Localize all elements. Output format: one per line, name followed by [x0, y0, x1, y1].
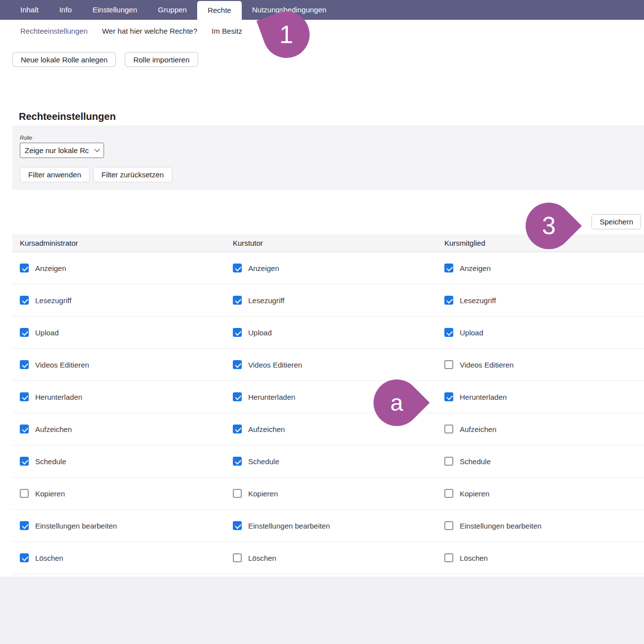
role-select[interactable]: Zeige nur lokale Rc — [20, 143, 104, 158]
permission-cell: Upload — [20, 328, 233, 337]
checkbox-kursadministrator-einstellungen-bearbeiten[interactable] — [20, 521, 29, 530]
checkbox-kurstutor-einstellungen-bearbeiten[interactable] — [233, 521, 242, 530]
permission-label: Upload — [248, 328, 272, 337]
reset-filter-button[interactable]: Filter zurücksetzen — [93, 167, 172, 182]
apply-filter-button[interactable]: Filter anwenden — [20, 167, 90, 182]
checkbox-kursadministrator-herunterladen[interactable] — [20, 392, 29, 401]
import-role-button[interactable]: Rolle importieren — [125, 52, 198, 67]
checkbox-kursmitglied-upload[interactable] — [444, 328, 453, 337]
permission-cell: Anzeigen — [444, 264, 644, 272]
new-local-role-button[interactable]: Neue lokale Rolle anlegen — [12, 52, 116, 67]
tab-gruppen[interactable]: Gruppen — [148, 0, 197, 20]
permission-cell: Aufzeichen — [233, 425, 444, 433]
permission-label: Einstellungen bearbeiten — [248, 522, 330, 530]
permission-cell: Schedule — [20, 457, 233, 466]
table-body: AnzeigenAnzeigenAnzeigenLesezugriffLesez… — [12, 252, 644, 574]
permission-label: Schedule — [248, 457, 279, 466]
permission-cell: Einstellungen bearbeiten — [20, 521, 233, 530]
annotation-step-a-label: a — [390, 391, 403, 414]
permission-label: Upload — [35, 328, 59, 337]
permission-cell: Lesezugriff — [233, 296, 444, 305]
role-select-value: Zeige nur lokale Rc — [25, 146, 95, 155]
checkbox-kursadministrator-schedule[interactable] — [20, 457, 29, 466]
checkbox-kursmitglied-lesezugriff[interactable] — [444, 296, 453, 305]
permission-label: Schedule — [460, 457, 491, 466]
table-row-kopieren: KopierenKopierenKopieren — [12, 478, 644, 510]
checkbox-kursadministrator-löschen[interactable] — [20, 553, 29, 562]
checkbox-kurstutor-anzeigen[interactable] — [233, 264, 242, 272]
permission-cell: Upload — [444, 328, 644, 337]
checkbox-kursadministrator-kopieren[interactable] — [20, 489, 29, 498]
permission-label: Anzeigen — [248, 264, 279, 272]
permission-label: Löschen — [35, 554, 63, 562]
permission-label: Einstellungen bearbeiten — [35, 522, 117, 530]
permission-cell: Anzeigen — [20, 264, 233, 272]
permission-cell: Aufzeichen — [444, 425, 644, 433]
checkbox-kurstutor-schedule[interactable] — [233, 457, 242, 466]
tab-einstellungen[interactable]: Einstellungen — [82, 0, 148, 20]
table-row-upload: UploadUploadUpload — [12, 317, 644, 349]
subnav-rechteeinstellungen[interactable]: Rechteeinstellungen — [20, 27, 88, 35]
permission-label: Aufzeichen — [460, 425, 496, 433]
permission-cell: Aufzeichen — [20, 425, 233, 433]
checkbox-kurstutor-lesezugriff[interactable] — [233, 296, 242, 305]
checkbox-kursmitglied-videos-editieren[interactable] — [444, 360, 453, 369]
permission-label: Herunterladen — [248, 393, 295, 401]
checkbox-kurstutor-upload[interactable] — [233, 328, 242, 337]
table-row-videos-editieren: Videos EditierenVideos EditierenVideos E… — [12, 349, 644, 381]
permission-cell: Kopieren — [233, 489, 444, 498]
checkbox-kursmitglied-einstellungen-bearbeiten[interactable] — [444, 521, 453, 530]
role-label: Rolle — [20, 135, 644, 141]
permission-label: Kopieren — [248, 489, 278, 498]
checkbox-kursmitglied-herunterladen[interactable] — [444, 392, 453, 401]
checkbox-kurstutor-aufzeichen[interactable] — [233, 425, 242, 433]
permission-cell: Einstellungen bearbeiten — [444, 521, 644, 530]
top-nav: InhaltInfoEinstellungenGruppenRechteNutz… — [0, 0, 644, 20]
permission-cell: Schedule — [444, 457, 644, 466]
checkbox-kursmitglied-anzeigen[interactable] — [444, 264, 453, 272]
permission-cell: Videos Editieren — [444, 360, 644, 369]
permission-cell: Löschen — [233, 553, 444, 562]
checkbox-kursadministrator-anzeigen[interactable] — [20, 264, 29, 272]
tab-rechte[interactable]: Rechte — [197, 1, 242, 20]
permission-label: Kopieren — [35, 489, 65, 498]
permission-cell: Kopieren — [444, 489, 644, 498]
permission-label: Anzeigen — [35, 264, 66, 272]
annotation-step-1-label: 1 — [279, 22, 293, 47]
checkbox-kursadministrator-lesezugriff[interactable] — [20, 296, 29, 305]
save-button[interactable]: Speichern — [591, 214, 641, 229]
tab-inhalt[interactable]: Inhalt — [10, 0, 49, 20]
chevron-down-icon — [94, 146, 100, 152]
checkbox-kurstutor-kopieren[interactable] — [233, 489, 242, 498]
checkbox-kursmitglied-aufzeichen[interactable] — [444, 425, 453, 433]
permission-cell: Löschen — [444, 553, 644, 562]
table-row-herunterladen: HerunterladenHerunterladenHerunterladen — [12, 381, 644, 413]
permission-cell: Lesezugriff — [444, 296, 644, 305]
permission-label: Lesezugriff — [248, 296, 284, 305]
permissions-table: KursadministratorKurstutorKursmitglied A… — [12, 234, 644, 574]
permission-cell: Löschen — [20, 553, 233, 562]
permission-cell: Herunterladen — [20, 392, 233, 401]
checkbox-kursadministrator-aufzeichen[interactable] — [20, 425, 29, 433]
checkbox-kursmitglied-kopieren[interactable] — [444, 489, 453, 498]
table-row-anzeigen: AnzeigenAnzeigenAnzeigen — [12, 252, 644, 284]
filter-panel: Rolle Zeige nur lokale Rc Filter anwende… — [12, 125, 644, 190]
checkbox-kurstutor-videos-editieren[interactable] — [233, 360, 242, 369]
checkbox-kursmitglied-schedule[interactable] — [444, 457, 453, 466]
subnav-wer-hat-hier-welche-rechte-[interactable]: Wer hat hier welche Rechte? — [102, 27, 197, 35]
checkbox-kurstutor-herunterladen[interactable] — [233, 392, 242, 401]
column-header-kursadministrator: Kursadministrator — [20, 239, 233, 247]
checkbox-kursmitglied-löschen[interactable] — [444, 553, 453, 562]
column-header-kurstutor: Kurstutor — [233, 239, 444, 247]
checkbox-kursadministrator-videos-editieren[interactable] — [20, 360, 29, 369]
table-row-löschen: LöschenLöschenLöschen — [12, 542, 644, 574]
page-title: Rechteeinstellungen — [19, 110, 644, 122]
checkbox-kursadministrator-upload[interactable] — [20, 328, 29, 337]
checkbox-kurstutor-löschen[interactable] — [233, 553, 242, 562]
permission-label: Herunterladen — [35, 393, 82, 401]
tab-info[interactable]: Info — [49, 0, 82, 20]
subnav-im-besitz[interactable]: Im Besitz — [212, 27, 242, 35]
permission-cell: Kopieren — [20, 489, 233, 498]
permission-cell: Herunterladen — [444, 392, 644, 401]
permission-label: Löschen — [248, 554, 276, 562]
